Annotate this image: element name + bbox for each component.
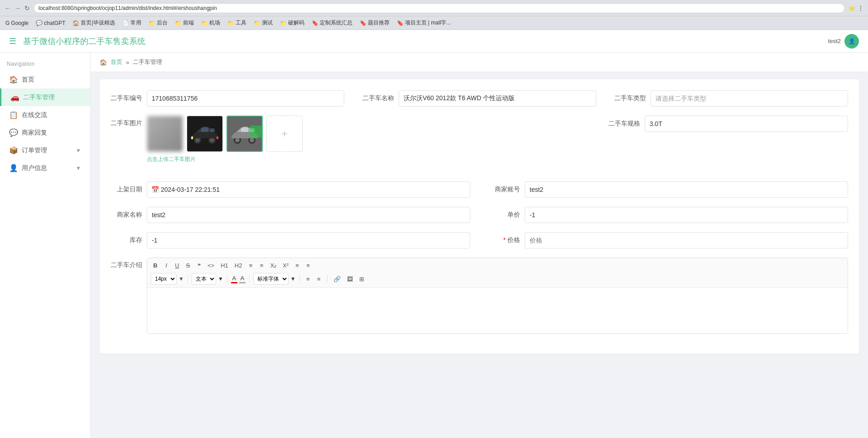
- bookmark-common[interactable]: 📄 常用: [121, 18, 143, 28]
- merchant-account-label: 商家账号: [488, 185, 520, 194]
- image-button[interactable]: 🖼: [345, 274, 355, 284]
- font-size-select[interactable]: 14px: [151, 273, 177, 285]
- sidebar-item-user[interactable]: 👤 用户信息 ▼: [0, 159, 90, 177]
- url-bar[interactable]: localhost:8080/springboot/ocjop11/admin/…: [34, 3, 845, 13]
- car-image-thumb-2[interactable]: [227, 116, 263, 152]
- avatar[interactable]: 👤: [844, 34, 859, 49]
- sidebar-item-car-manage[interactable]: 🚗 二手车管理: [0, 88, 90, 106]
- bookmark-test[interactable]: 📁 测试: [252, 18, 275, 28]
- car-icon: 🚗: [10, 93, 19, 102]
- bookmark-crack[interactable]: 📁 破解码: [278, 18, 306, 28]
- bold-button[interactable]: B: [151, 261, 160, 270]
- code-button[interactable]: <>: [205, 261, 217, 270]
- sidebar-item-chat[interactable]: 📋 在线交流: [0, 106, 90, 124]
- superscript-button[interactable]: X²: [280, 261, 291, 270]
- merchant-account-input[interactable]: [525, 181, 848, 198]
- menu-icon[interactable]: ☰: [9, 36, 16, 46]
- indent-button[interactable]: ≡: [314, 274, 323, 284]
- align-left-button[interactable]: ≡: [293, 261, 302, 270]
- image-upload-hint[interactable]: 点击上传二手车图片: [147, 156, 303, 163]
- bookmark-recommend[interactable]: 🔖 题目推荐: [358, 18, 391, 28]
- date-input[interactable]: [147, 181, 470, 198]
- bookmark-google[interactable]: G Google: [4, 19, 30, 27]
- color-indicator: [231, 282, 237, 283]
- blockquote-button[interactable]: ❝: [194, 261, 203, 270]
- breadcrumb: 🏠 首页 » 二手车管理: [91, 53, 868, 72]
- bookmark-airport[interactable]: 📁 机场: [199, 18, 222, 28]
- svg-point-12: [235, 138, 240, 142]
- bookmark-chatgpt[interactable]: 💬 chatGPT: [34, 19, 67, 27]
- form-row-1: 二手车编号 二手车名称 二手车类型 请选择二手车类型: [111, 90, 848, 107]
- car-number-label: 二手车编号: [111, 94, 142, 102]
- car-type-select[interactable]: 请选择二手车类型: [651, 90, 848, 107]
- highlight-color-button[interactable]: A: [239, 275, 246, 283]
- sidebar-item-reply-label: 商家回复: [22, 129, 47, 137]
- username-label: test2: [828, 38, 841, 44]
- merchant-name-field: 商家名称: [111, 207, 470, 223]
- subscript-button[interactable]: X₂: [268, 261, 279, 270]
- car-name-input[interactable]: [399, 90, 596, 107]
- car-type-label: 二手车类型: [614, 94, 646, 102]
- refresh-button[interactable]: ↻: [24, 5, 30, 12]
- intro-section: 二手车介绍 B I U S ❝ <> H1 H2 ≡: [111, 258, 848, 334]
- text-type-select[interactable]: 文本: [192, 273, 216, 285]
- app-header: ☰ 基于微信小程序的二手车售卖系统 test2 👤: [0, 30, 868, 53]
- font-family-select[interactable]: 标准字体: [253, 273, 289, 285]
- car-type-field: 二手车类型 请选择二手车类型: [614, 90, 848, 107]
- editor-body[interactable]: [147, 288, 848, 333]
- sidebar: Navigation 🏠 首页 🚗 二手车管理 📋 在线交流 💬 商家回复 📦 …: [0, 53, 91, 438]
- svg-rect-7: [191, 136, 193, 139]
- back-button[interactable]: ←: [5, 5, 11, 12]
- car-spec-input[interactable]: [645, 116, 848, 132]
- italic-button[interactable]: I: [162, 261, 171, 270]
- car-number-input[interactable]: [147, 90, 344, 107]
- merchant-name-input[interactable]: [147, 207, 470, 223]
- font-color-button[interactable]: A: [231, 275, 237, 283]
- h2-button[interactable]: H2: [232, 261, 245, 270]
- car-image-preview-0[interactable]: [147, 116, 183, 152]
- align-center-button[interactable]: ≡: [304, 274, 313, 284]
- bookmark-frontend[interactable]: 📁 前端: [173, 18, 196, 28]
- unordered-list-button[interactable]: ≡: [257, 261, 266, 270]
- align-right-button[interactable]: ≡: [304, 261, 313, 270]
- price-input[interactable]: [525, 232, 848, 248]
- sidebar-item-merchant-reply[interactable]: 💬 商家回复: [0, 124, 90, 141]
- bookmark-custom[interactable]: 🔖 定制系统汇总: [310, 18, 354, 28]
- unit-price-input[interactable]: [525, 207, 848, 223]
- link-button[interactable]: 🔗: [331, 274, 343, 284]
- date-label: 上架日期: [111, 185, 142, 194]
- car-name-field: 二手车名称: [362, 90, 596, 107]
- underline-button[interactable]: U: [173, 261, 182, 270]
- ordered-list-button[interactable]: ≡: [246, 261, 255, 270]
- table-button[interactable]: ⊞: [357, 274, 366, 284]
- strikethrough-button[interactable]: S: [183, 261, 193, 270]
- image-list: +: [147, 116, 303, 152]
- stock-input[interactable]: [147, 232, 470, 248]
- car-spec-field: 二手车规格: [608, 116, 848, 132]
- image-add-button[interactable]: +: [266, 116, 303, 152]
- svg-point-3: [195, 138, 200, 142]
- h1-button[interactable]: H1: [218, 261, 231, 270]
- highlight-indicator: [239, 282, 246, 283]
- bookmark-tools[interactable]: 📁 工具: [226, 18, 248, 28]
- breadcrumb-separator: »: [126, 59, 129, 66]
- url-text: localhost:8080/springboot/ocjop11/admin/…: [39, 5, 217, 11]
- image-upload-container: + 点击上传二手车图片: [147, 116, 303, 163]
- breadcrumb-home-link[interactable]: 首页: [111, 58, 122, 66]
- bookmark-home[interactable]: 🏠 首页|毕设精选: [71, 18, 116, 28]
- form-row-5: 库存 价格: [111, 232, 848, 248]
- rich-text-editor: B I U S ❝ <> H1 H2 ≡ ≡ X₂ X² ≡: [147, 258, 848, 334]
- reply-icon: 💬: [9, 128, 18, 137]
- merchant-name-label: 商家名称: [111, 211, 142, 219]
- sidebar-item-home[interactable]: 🏠 首页: [0, 71, 90, 88]
- bookmark-project[interactable]: 🔖 项目主页 | mall字...: [395, 18, 453, 28]
- bookmark-backend[interactable]: 📁 后台: [147, 18, 169, 28]
- svg-rect-6: [210, 128, 215, 132]
- date-input-wrapper: 📅: [147, 181, 470, 198]
- forward-button[interactable]: →: [14, 5, 21, 12]
- sidebar-item-order[interactable]: 📦 订单管理 ▼: [0, 141, 90, 159]
- main-content: 🏠 首页 » 二手车管理 二手车编号 二手车名称 二手车类型: [91, 53, 868, 438]
- svg-rect-16: [250, 126, 262, 137]
- car-image-thumb-1[interactable]: [187, 116, 223, 152]
- intro-label: 二手车介绍: [111, 258, 142, 269]
